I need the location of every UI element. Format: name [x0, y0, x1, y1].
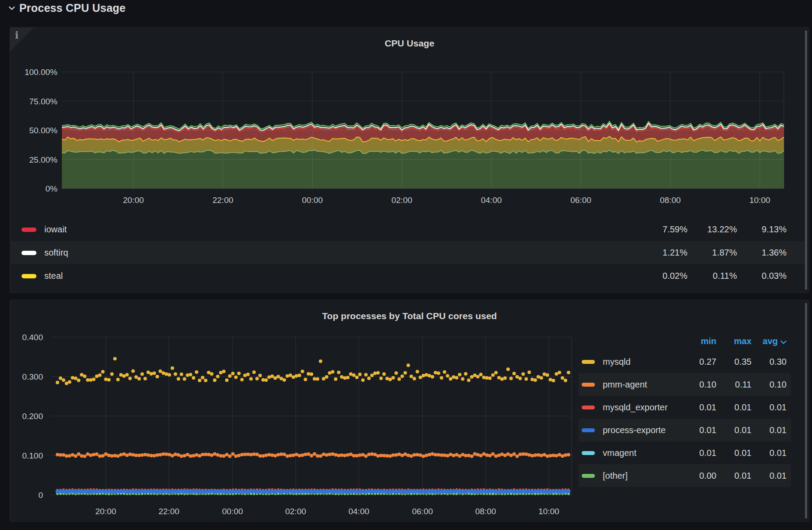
series-swatch: [582, 428, 595, 432]
cpu-usage-legend: iowait 7.59% 13.22% 9.13% softirq 1.21% …: [11, 218, 805, 288]
series-swatch-softirq: [21, 251, 36, 255]
stat-min: 0.01: [681, 425, 716, 435]
series-label[interactable]: mysqld: [603, 357, 630, 367]
y-axis-tick: 0.100: [22, 451, 43, 460]
series-swatch-steal: [21, 274, 36, 278]
series-swatch: [582, 383, 595, 387]
stat-min: 0.02%: [633, 271, 687, 281]
series-swatch: [582, 360, 595, 364]
area-user: [62, 150, 784, 189]
x-axis-tick: 02:00: [391, 196, 412, 205]
legend-row--other-[interactable]: [other]0.000.010.01: [579, 464, 791, 487]
series-label[interactable]: vmagent: [603, 448, 637, 458]
y-axis-tick: 0.200: [22, 412, 43, 421]
stat-max: 1.87%: [687, 248, 737, 258]
series-label[interactable]: steal: [44, 271, 63, 281]
legend-row-mysqld-exporter[interactable]: mysqld_exporter0.010.010.01: [579, 396, 791, 419]
stat-avg: 1.36%: [737, 248, 787, 258]
x-axis-tick: 02:00: [285, 507, 306, 516]
grid: [51, 337, 572, 495]
stat-avg: 9.13%: [737, 224, 787, 235]
chevron-down-icon: [9, 6, 15, 10]
series-label[interactable]: [other]: [603, 471, 628, 481]
x-axis-tick: 20:00: [123, 196, 144, 205]
x-axis-tick: 06:00: [412, 507, 433, 516]
x-axis-tick: 04:00: [481, 196, 502, 205]
x-axis-tick: 04:00: [348, 507, 369, 516]
stat-avg: 0.01: [751, 448, 787, 458]
panel1-scrollbar[interactable]: [805, 30, 807, 290]
series-swatch: [582, 474, 595, 478]
panel-cpu-usage: i CPU Usage 100.00%75.00%50.00%25.00%0%2…: [10, 27, 809, 293]
legend-row-process-exporte[interactable]: process-exporte0.010.010.01: [579, 419, 791, 441]
stat-min: 0.01: [681, 448, 716, 458]
stat-min: 1.21%: [633, 248, 687, 258]
y-axis-tick: 0: [38, 491, 43, 500]
y-axis-tick: 25.00%: [29, 155, 58, 164]
legend-row-pmm-agent[interactable]: pmm-agent0.100.110.10: [579, 373, 791, 396]
series-label[interactable]: process-exporte: [603, 425, 665, 435]
series-label[interactable]: iowait: [44, 224, 67, 235]
legend-row-softirq[interactable]: softirq 1.21% 1.87% 1.36%: [11, 241, 805, 264]
sort-header-max[interactable]: max: [716, 336, 751, 346]
series-label[interactable]: mysqld_exporter: [603, 402, 668, 413]
x-axis-tick: 20:00: [95, 507, 116, 516]
y-axis-tick: 75.00%: [29, 97, 58, 106]
y-axis-tick: 50.00%: [29, 126, 58, 135]
x-axis-tick: 10:00: [749, 196, 770, 205]
stat-min: 0.10: [681, 380, 716, 390]
y-axis-tick: 100.00%: [25, 68, 57, 77]
series-mysqld: [56, 357, 570, 385]
y-axis-tick: 0%: [46, 184, 58, 193]
legend-row-mysqld[interactable]: mysqld0.270.350.30: [579, 350, 791, 373]
y-axis-tick: 0.400: [22, 333, 43, 342]
cpu-usage-stacked-area-chart[interactable]: 100.00%75.00%50.00%25.00%0%20:0022:0000:…: [10, 28, 809, 216]
legend-row-iowait[interactable]: iowait 7.59% 13.22% 9.13%: [11, 218, 805, 241]
x-axis-tick: 08:00: [475, 507, 496, 516]
panel2-scrollbar[interactable]: [805, 303, 807, 519]
stat-avg: 0.10: [751, 380, 787, 390]
stat-max: 0.35: [716, 357, 751, 367]
section-header-process-cpu-usage[interactable]: Process CPU Usage: [9, 2, 125, 14]
series-swatch: [582, 406, 595, 409]
stat-max: 0.01: [716, 448, 751, 458]
stat-avg: 0.01: [751, 402, 787, 413]
x-axis-tick: 10:00: [538, 507, 559, 516]
y-axis-tick: 0.300: [22, 372, 43, 381]
stat-min: 0.00: [681, 471, 716, 481]
series-pmm-agent: [56, 452, 570, 458]
stat-max: 13.22%: [687, 224, 737, 235]
stat-max: 0.11: [716, 380, 751, 390]
series-label[interactable]: pmm-agent: [603, 380, 647, 390]
stat-avg: 0.03%: [737, 271, 787, 281]
top-processes-scatter-chart[interactable]: 0.4000.3000.2000.100020:0022:0000:0002:0…: [10, 300, 585, 522]
x-axis-tick: 00:00: [222, 507, 243, 516]
series-label[interactable]: softirq: [44, 248, 68, 258]
x-axis-tick: 08:00: [660, 196, 681, 205]
section-title: Process CPU Usage: [19, 2, 125, 14]
stat-min: 7.59%: [633, 224, 687, 235]
stat-avg: 0.30: [751, 357, 787, 367]
x-axis-tick: 22:00: [212, 196, 233, 205]
stat-min: 0.01: [681, 402, 716, 413]
legend-row-vmagent[interactable]: vmagent0.010.010.01: [579, 441, 791, 464]
stat-avg: 0.01: [751, 471, 787, 481]
legend-row-steal[interactable]: steal 0.02% 0.11% 0.03%: [11, 264, 805, 288]
x-axis-tick: 06:00: [570, 196, 591, 205]
stat-max: 0.01: [716, 471, 751, 481]
top-processes-legend: min max avg mysqld0.270.350.30pmm-agent0…: [579, 332, 791, 487]
sort-header-avg[interactable]: avg: [751, 336, 787, 346]
stat-max: 0.11%: [687, 271, 737, 281]
series-swatch: [582, 451, 595, 455]
stat-max: 0.01: [716, 425, 751, 435]
stat-max: 0.01: [716, 402, 751, 413]
sort-chevron-down-icon: [780, 336, 787, 346]
grafana-dashboard: { "page": { "section_title": "Process CP…: [0, 0, 812, 530]
panel-top-processes: Top processes by Total CPU cores used 0.…: [10, 300, 809, 522]
sort-header-min[interactable]: min: [681, 336, 716, 346]
x-axis-tick: 00:00: [302, 196, 323, 205]
stat-min: 0.27: [681, 357, 716, 367]
x-axis-tick: 22:00: [158, 507, 179, 516]
axes: 0.4000.3000.2000.100020:0022:0000:0002:0…: [22, 333, 559, 516]
series-swatch-iowait: [21, 228, 36, 232]
